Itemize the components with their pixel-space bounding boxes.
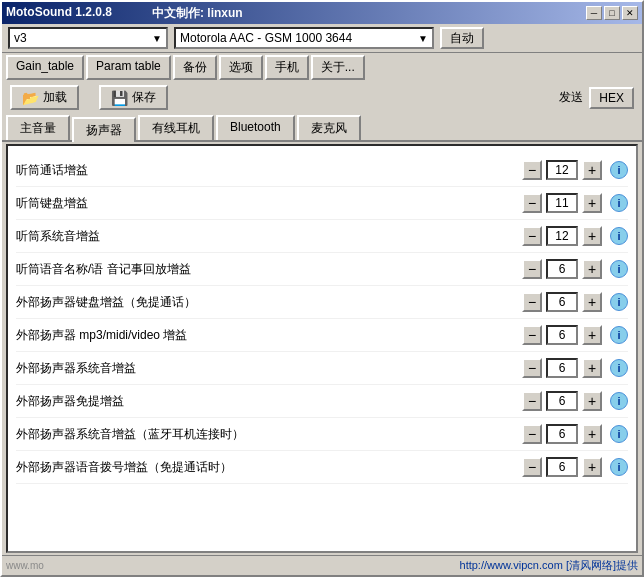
menu-about[interactable]: 关于... — [311, 55, 365, 80]
param-label: 听筒系统音增益 — [16, 228, 522, 245]
param-control: −11+i — [522, 193, 628, 213]
param-control: −6+i — [522, 292, 628, 312]
param-control: −6+i — [522, 391, 628, 411]
increment-button[interactable]: + — [582, 193, 602, 213]
increment-button[interactable]: + — [582, 325, 602, 345]
info-icon[interactable]: i — [610, 326, 628, 344]
table-row: 外部扬声器系统音增益−6+i — [16, 352, 628, 385]
tab-bluetooth[interactable]: Bluetooth — [216, 115, 295, 140]
param-control: −6+i — [522, 325, 628, 345]
increment-button[interactable]: + — [582, 391, 602, 411]
tab-speaker[interactable]: 扬声器 — [72, 117, 136, 142]
load-label: 加载 — [43, 89, 67, 106]
table-row: 外部扬声器系统音增益（蓝牙耳机连接时）−6+i — [16, 418, 628, 451]
decrement-button[interactable]: − — [522, 325, 542, 345]
table-row: 听筒通话增益−12+i — [16, 154, 628, 187]
decrement-button[interactable]: − — [522, 457, 542, 477]
info-icon[interactable]: i — [610, 425, 628, 443]
param-value: 6 — [546, 424, 578, 444]
param-label: 外部扬声器系统音增益 — [16, 360, 522, 377]
minimize-button[interactable]: ─ — [586, 6, 602, 20]
param-value: 6 — [546, 325, 578, 345]
hex-button[interactable]: HEX — [589, 87, 634, 109]
status-bar: www.mo http://www.vipcn.com [清风网络]提供 — [2, 555, 642, 575]
v3-dropdown-value: v3 — [14, 31, 27, 45]
status-left: www.mo — [6, 560, 44, 571]
app-subtitle: 中文制作: linxun — [152, 5, 243, 22]
menu-options[interactable]: 选项 — [219, 55, 263, 80]
info-icon[interactable]: i — [610, 359, 628, 377]
decrement-button[interactable]: − — [522, 226, 542, 246]
status-right: http://www.vipcn.com [清风网络]提供 — [460, 558, 638, 573]
info-icon[interactable]: i — [610, 227, 628, 245]
decrement-button[interactable]: − — [522, 259, 542, 279]
param-label: 外部扬声器 mp3/midi/video 增益 — [16, 327, 522, 344]
moto-dropdown-value: Motorola AAC - GSM 1000 3644 — [180, 31, 352, 45]
param-value: 6 — [546, 457, 578, 477]
send-label: 发送 — [559, 89, 583, 106]
param-value: 12 — [546, 226, 578, 246]
tab-wired-headset[interactable]: 有线耳机 — [138, 115, 214, 140]
info-icon[interactable]: i — [610, 458, 628, 476]
increment-button[interactable]: + — [582, 457, 602, 477]
tab-main-volume[interactable]: 主音量 — [6, 115, 70, 140]
param-value: 6 — [546, 259, 578, 279]
decrement-button[interactable]: − — [522, 391, 542, 411]
moto-dropdown-arrow: ▼ — [418, 33, 428, 44]
auto-button[interactable]: 自动 — [440, 27, 484, 49]
info-icon[interactable]: i — [610, 260, 628, 278]
info-icon[interactable]: i — [610, 194, 628, 212]
tab-microphone[interactable]: 麦克风 — [297, 115, 361, 140]
menu-gain-table[interactable]: Gain_table — [6, 55, 84, 80]
param-control: −6+i — [522, 358, 628, 378]
decrement-button[interactable]: − — [522, 424, 542, 444]
main-window: MotoSound 1.2.0.8 中文制作: linxun ─ □ ✕ v3 … — [0, 0, 644, 577]
increment-button[interactable]: + — [582, 226, 602, 246]
save-button[interactable]: 💾 保存 — [99, 85, 168, 110]
v3-dropdown-arrow: ▼ — [152, 33, 162, 44]
increment-button[interactable]: + — [582, 358, 602, 378]
param-control: −6+i — [522, 424, 628, 444]
title-bar-text: MotoSound 1.2.0.8 中文制作: linxun — [6, 5, 243, 22]
increment-button[interactable]: + — [582, 292, 602, 312]
toolbar: v3 ▼ Motorola AAC - GSM 1000 3644 ▼ 自动 — [2, 24, 642, 53]
table-row: 外部扬声器免提增益−6+i — [16, 385, 628, 418]
increment-button[interactable]: + — [582, 160, 602, 180]
load-icon: 📂 — [22, 90, 39, 106]
decrement-button[interactable]: − — [522, 193, 542, 213]
info-icon[interactable]: i — [610, 392, 628, 410]
param-label: 外部扬声器键盘增益（免提通话） — [16, 294, 522, 311]
param-label: 听筒键盘增益 — [16, 195, 522, 212]
load-button[interactable]: 📂 加载 — [10, 85, 79, 110]
info-icon[interactable]: i — [610, 161, 628, 179]
param-label: 外部扬声器系统音增益（蓝牙耳机连接时） — [16, 426, 522, 443]
param-label: 外部扬声器免提增益 — [16, 393, 522, 410]
param-control: −12+i — [522, 226, 628, 246]
v3-dropdown[interactable]: v3 ▼ — [8, 27, 168, 49]
decrement-button[interactable]: − — [522, 160, 542, 180]
decrement-button[interactable]: − — [522, 292, 542, 312]
info-icon[interactable]: i — [610, 293, 628, 311]
app-title: MotoSound 1.2.0.8 — [6, 5, 112, 22]
table-row: 外部扬声器 mp3/midi/video 增益−6+i — [16, 319, 628, 352]
decrement-button[interactable]: − — [522, 358, 542, 378]
param-label: 听筒通话增益 — [16, 162, 522, 179]
menu-param-table[interactable]: Param table — [86, 55, 171, 80]
moto-dropdown[interactable]: Motorola AAC - GSM 1000 3644 ▼ — [174, 27, 434, 49]
param-control: −12+i — [522, 160, 628, 180]
param-value: 6 — [546, 391, 578, 411]
actions-bar: 📂 加载 💾 保存 发送 HEX — [2, 82, 642, 113]
param-value: 6 — [546, 358, 578, 378]
increment-button[interactable]: + — [582, 259, 602, 279]
param-label: 外部扬声器语音拨号增益（免提通话时） — [16, 459, 522, 476]
increment-button[interactable]: + — [582, 424, 602, 444]
maximize-button[interactable]: □ — [604, 6, 620, 20]
close-button[interactable]: ✕ — [622, 6, 638, 20]
content-area: 听筒通话增益−12+i听筒键盘增益−11+i听筒系统音增益−12+i听筒语音名称… — [6, 144, 638, 553]
param-value: 12 — [546, 160, 578, 180]
save-label: 保存 — [132, 89, 156, 106]
menu-phone[interactable]: 手机 — [265, 55, 309, 80]
table-row: 听筒语音名称/语 音记事回放增益−6+i — [16, 253, 628, 286]
table-row: 外部扬声器键盘增益（免提通话）−6+i — [16, 286, 628, 319]
menu-backup[interactable]: 备份 — [173, 55, 217, 80]
